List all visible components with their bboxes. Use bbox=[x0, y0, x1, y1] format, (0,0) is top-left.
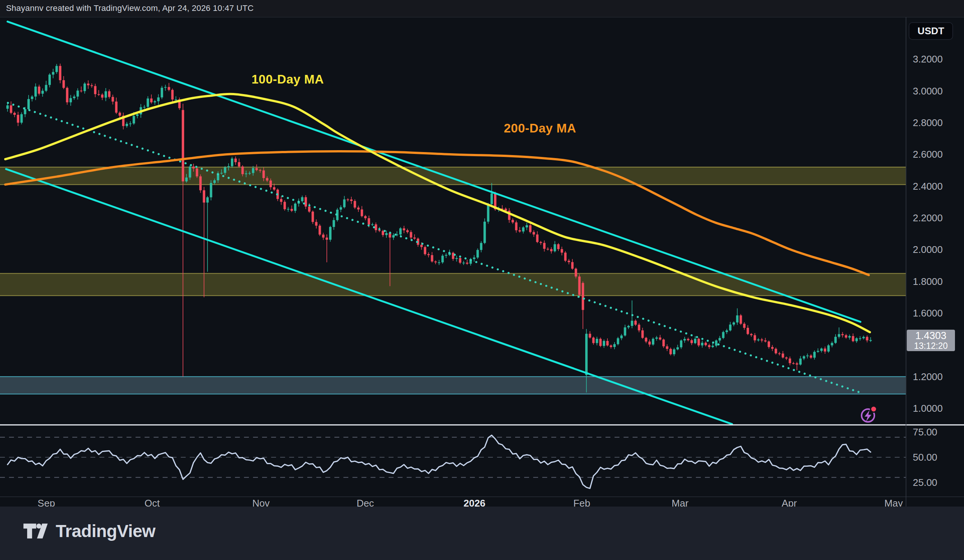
candle bbox=[603, 341, 605, 346]
candle bbox=[231, 158, 233, 166]
candle bbox=[199, 177, 202, 190]
candle bbox=[385, 233, 388, 235]
candle bbox=[775, 349, 777, 353]
candle bbox=[862, 337, 865, 338]
candle bbox=[445, 255, 447, 256]
candle bbox=[196, 169, 198, 177]
candle bbox=[855, 338, 858, 341]
candle bbox=[715, 341, 717, 346]
candle bbox=[132, 116, 135, 123]
candle bbox=[697, 339, 700, 346]
pane-separator[interactable] bbox=[0, 425, 964, 426]
candle bbox=[466, 263, 468, 264]
candle bbox=[666, 346, 668, 349]
candle bbox=[768, 341, 770, 347]
chart-canvas[interactable] bbox=[0, 0, 964, 560]
candle bbox=[617, 338, 619, 344]
candle bbox=[252, 168, 254, 173]
candle bbox=[596, 339, 598, 343]
candle bbox=[343, 200, 345, 207]
candle bbox=[459, 258, 461, 263]
candle bbox=[62, 80, 65, 88]
candle bbox=[41, 91, 44, 94]
candle bbox=[550, 249, 552, 252]
candle bbox=[287, 209, 289, 209]
candle bbox=[182, 110, 184, 182]
candle bbox=[157, 97, 159, 101]
candle bbox=[592, 338, 594, 343]
candle bbox=[129, 123, 132, 124]
candle bbox=[290, 209, 293, 211]
candle bbox=[757, 339, 759, 340]
candle bbox=[164, 87, 166, 88]
footer: TradingView bbox=[0, 506, 964, 560]
candle bbox=[739, 315, 742, 324]
candle bbox=[70, 98, 72, 102]
candle bbox=[364, 216, 366, 218]
candle bbox=[228, 166, 230, 167]
candle bbox=[571, 262, 573, 268]
candle bbox=[673, 349, 675, 354]
candle bbox=[452, 253, 454, 259]
time-axis[interactable] bbox=[0, 497, 906, 506]
candle bbox=[455, 258, 458, 259]
candle bbox=[410, 232, 412, 238]
candle bbox=[87, 84, 89, 85]
candle bbox=[119, 112, 121, 115]
candle bbox=[73, 97, 75, 98]
candle bbox=[859, 338, 861, 339]
candle bbox=[655, 338, 658, 339]
candle bbox=[38, 86, 40, 94]
candle bbox=[799, 359, 801, 365]
candle bbox=[245, 174, 247, 174]
candle bbox=[866, 337, 868, 340]
candle bbox=[311, 211, 314, 222]
tradingview-logo-text: TradingView bbox=[56, 521, 156, 541]
candle bbox=[547, 249, 549, 250]
candle bbox=[645, 338, 647, 342]
candle bbox=[754, 335, 756, 341]
candle bbox=[143, 107, 145, 108]
candle bbox=[575, 269, 577, 277]
candle bbox=[648, 342, 651, 345]
candle bbox=[760, 339, 763, 341]
candle bbox=[718, 338, 721, 341]
price-axis[interactable] bbox=[906, 17, 964, 497]
candle bbox=[350, 200, 352, 201]
candle bbox=[270, 181, 272, 187]
candle bbox=[294, 204, 296, 211]
candle bbox=[543, 243, 545, 249]
candle bbox=[785, 357, 787, 359]
candle bbox=[515, 222, 518, 230]
candle bbox=[59, 66, 61, 80]
candle bbox=[599, 339, 601, 346]
resistance-zone-mid bbox=[0, 274, 906, 296]
candle bbox=[255, 168, 257, 170]
candle bbox=[206, 197, 208, 203]
candle bbox=[24, 109, 26, 114]
candle bbox=[610, 346, 612, 347]
candle bbox=[49, 75, 51, 85]
candle bbox=[491, 193, 493, 205]
candle bbox=[150, 99, 153, 102]
candle bbox=[831, 343, 833, 346]
candle bbox=[676, 347, 679, 349]
candle bbox=[708, 345, 710, 347]
candle bbox=[606, 341, 609, 346]
candle bbox=[220, 173, 223, 174]
candle bbox=[203, 190, 205, 203]
candle bbox=[820, 349, 822, 351]
candle bbox=[147, 99, 149, 107]
candle bbox=[838, 334, 840, 337]
candle bbox=[736, 315, 738, 323]
trendline-midline-dotted[interactable] bbox=[8, 103, 862, 393]
candle bbox=[824, 349, 826, 352]
candle bbox=[729, 325, 731, 330]
candle bbox=[210, 183, 212, 197]
candle bbox=[378, 230, 380, 231]
candle bbox=[353, 201, 356, 207]
candle bbox=[392, 235, 395, 237]
tradingview-logo[interactable]: TradingView bbox=[23, 521, 156, 541]
candle bbox=[578, 277, 580, 295]
candle bbox=[782, 353, 784, 357]
